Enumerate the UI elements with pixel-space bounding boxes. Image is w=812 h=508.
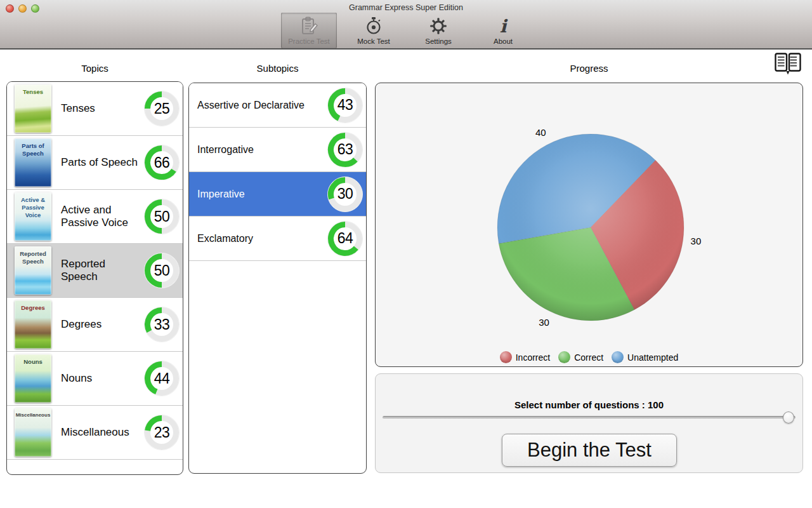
progress-ring: 63: [327, 132, 363, 168]
titlebar: Grammar Express Super Edition Practice T…: [0, 0, 812, 50]
progress-ring: 50: [144, 199, 180, 234]
topics-header: Topics: [6, 63, 183, 74]
subtopic-row[interactable]: Imperative 30: [189, 172, 366, 217]
topic-cover-label: Tenses: [23, 84, 43, 133]
topic-label: Active and Passive Voice: [61, 204, 144, 229]
progress-ring: 23: [144, 415, 180, 450]
toolbar-item-label: Mock Test: [357, 37, 390, 45]
progress-ring: 43: [327, 88, 363, 123]
gear-icon: [428, 15, 449, 37]
pie-slice-label: 40: [535, 127, 546, 138]
ring-value: 30: [327, 177, 363, 212]
progress-ring: 33: [144, 307, 180, 342]
minimize-button[interactable]: [18, 4, 27, 13]
toolbar-item-about[interactable]: i About: [475, 13, 531, 48]
legend-label: Unattempted: [627, 352, 678, 363]
progress-ring: 66: [144, 145, 180, 180]
pie-chart: 303040: [376, 83, 802, 366]
report-book-button[interactable]: [773, 52, 802, 79]
topic-cover-label: Active & Passive Voice: [15, 192, 51, 241]
topic-cover: Active & Passive Voice: [15, 192, 51, 241]
question-count-label: Select number of questions : 100: [376, 399, 802, 410]
topic-row[interactable]: Parts of Speech Parts of Speech 66: [7, 136, 183, 190]
toolbar-item-label: About: [494, 37, 513, 45]
questions-panel: Select number of questions : 100 Begin t…: [375, 373, 803, 473]
topic-cover: Degrees: [15, 300, 51, 349]
toolbar-item-label: Settings: [425, 37, 452, 45]
ring-value: 50: [144, 199, 180, 234]
topic-cover-label: Reported Speech: [15, 246, 51, 295]
begin-test-button[interactable]: Begin the Test: [502, 434, 677, 467]
legend-item: Unattempted: [612, 351, 678, 363]
progress-header: Progress: [375, 63, 803, 74]
topic-cover-label: Parts of Speech: [15, 138, 51, 187]
progress-ring: 50: [144, 253, 180, 288]
window-title: Grammar Express Super Edition: [0, 0, 812, 12]
legend-color-dot: [612, 351, 624, 363]
traffic-lights: [6, 4, 39, 13]
ring-value: 44: [144, 361, 180, 396]
subtopic-label: Assertive or Declarative: [197, 100, 327, 111]
topic-cover: Nouns: [15, 354, 51, 403]
topic-label: Parts of Speech: [61, 156, 144, 169]
svg-text:i: i: [500, 16, 508, 36]
topic-cover-label: Nouns: [23, 354, 43, 403]
topics-panel: Tenses Tenses 25 Parts of Speech Parts o…: [6, 81, 183, 475]
topic-row[interactable]: Miscellaneous Miscellaneous 23: [7, 406, 183, 460]
info-icon: i: [493, 15, 513, 37]
clipboard-pencil-icon: [299, 15, 319, 37]
subtopic-row[interactable]: Assertive or Declarative 43: [189, 83, 366, 128]
progress-ring: 30: [327, 177, 363, 212]
legend-color-dot: [558, 351, 570, 363]
close-button[interactable]: [6, 4, 14, 13]
pie-slice-label: 30: [691, 236, 702, 246]
zoom-button[interactable]: [31, 4, 39, 13]
topic-row[interactable]: Active & Passive Voice Active and Passiv…: [7, 190, 183, 244]
progress-panel: 303040 Incorrect Correct Unattempted: [375, 83, 803, 367]
progress-ring: 44: [144, 361, 180, 396]
topic-label: Tenses: [61, 102, 144, 115]
ring-value: 63: [327, 132, 363, 168]
toolbar-item-mock-test[interactable]: Mock Test: [346, 13, 402, 48]
subtopic-row[interactable]: Exclamatory 64: [189, 217, 366, 261]
slider-thumb[interactable]: [783, 411, 794, 424]
ring-value: 64: [327, 221, 363, 257]
toolbar-item-practice-test[interactable]: Practice Test: [281, 13, 337, 48]
topic-label: Degrees: [61, 318, 144, 331]
stopwatch-icon: [363, 15, 384, 37]
legend-color-dot: [500, 351, 512, 363]
ring-value: 25: [144, 91, 180, 126]
progress-ring: 64: [327, 221, 363, 257]
topic-cover: Miscellaneous: [15, 408, 51, 457]
ring-value: 23: [144, 415, 180, 450]
pie-slice-label: 30: [539, 317, 549, 328]
legend-item: Incorrect: [500, 351, 550, 363]
subtopic-label: Interrogative: [197, 144, 327, 156]
main-content: Topics Subtopics Progress Tenses Tenses …: [0, 50, 812, 508]
slider-track[interactable]: [383, 416, 796, 419]
topic-row[interactable]: Nouns Nouns 44: [7, 352, 183, 406]
toolbar: Practice Test Mock Test Settings i About: [0, 13, 812, 48]
question-slider[interactable]: [383, 411, 796, 424]
topic-label: Reported Speech: [61, 258, 144, 283]
subtopics-panel: Assertive or Declarative 43 Interrogativ…: [188, 83, 367, 474]
ring-value: 33: [144, 307, 180, 342]
progress-ring: 25: [144, 91, 180, 126]
topic-cover-label: Miscellaneous: [16, 408, 51, 457]
app-window: Grammar Express Super Edition Practice T…: [0, 0, 812, 508]
subtopic-row[interactable]: Interrogative 63: [189, 128, 366, 172]
topic-cover: Reported Speech: [15, 246, 51, 295]
ring-value: 50: [144, 253, 180, 288]
subtopics-header: Subtopics: [188, 63, 367, 74]
topic-cover: Parts of Speech: [15, 138, 51, 187]
legend-item: Correct: [558, 351, 603, 363]
topic-row[interactable]: Reported Speech Reported Speech 50: [7, 244, 183, 298]
topic-row[interactable]: Degrees Degrees 33: [7, 298, 183, 352]
subtopic-label: Exclamatory: [197, 233, 327, 244]
topic-row[interactable]: Tenses Tenses 25: [7, 82, 183, 136]
legend-label: Incorrect: [516, 352, 550, 363]
toolbar-item-settings[interactable]: Settings: [410, 13, 466, 48]
topic-cover: Tenses: [15, 84, 51, 133]
legend-label: Correct: [574, 352, 603, 363]
topic-label: Miscellaneous: [61, 426, 144, 439]
